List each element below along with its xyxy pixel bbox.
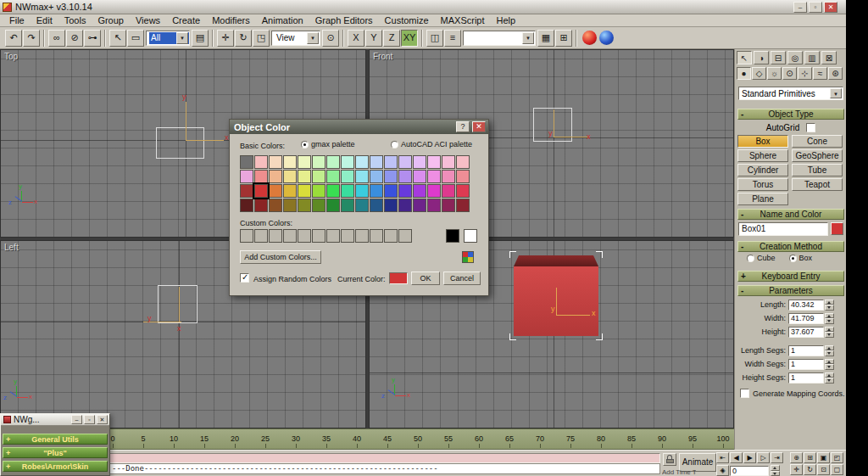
tab-modify[interactable]: ◑ <box>754 51 769 64</box>
spinner[interactable] <box>825 327 834 338</box>
custom-color-swatch[interactable] <box>398 229 412 243</box>
zoom-icon[interactable]: ⊕ <box>790 452 803 463</box>
color-swatch[interactable] <box>240 155 253 169</box>
dropdown-arrow-icon[interactable] <box>307 32 319 44</box>
unlink-selection-icon[interactable]: ⊘ <box>66 30 83 47</box>
menu-item[interactable]: Graph Editors <box>309 14 379 26</box>
previous-frame-button[interactable]: ◀ <box>730 452 743 463</box>
category-cameras[interactable]: ⊙ <box>782 67 797 80</box>
color-swatch[interactable] <box>413 184 426 198</box>
restrict-xy-button[interactable]: XY <box>401 30 418 47</box>
spinner[interactable] <box>825 359 834 370</box>
color-swatch[interactable] <box>398 184 412 198</box>
spinner[interactable] <box>825 345 834 356</box>
color-swatch[interactable] <box>398 199 412 212</box>
color-swatch[interactable] <box>283 184 297 198</box>
bind-to-space-warp-icon[interactable]: ⊶ <box>84 30 101 47</box>
spinner-down-icon[interactable] <box>825 318 834 324</box>
creation-method-radio[interactable]: Box <box>789 254 813 262</box>
go-to-end-button[interactable]: ⇥ <box>771 452 783 463</box>
color-swatch[interactable] <box>312 155 326 169</box>
named-selection-dropdown[interactable] <box>463 31 536 46</box>
tube-button[interactable]: Tube <box>792 164 843 176</box>
sphere-button[interactable]: Sphere <box>737 149 788 162</box>
color-swatch[interactable] <box>442 184 455 198</box>
color-swatch[interactable] <box>384 170 398 183</box>
zoom-all-icon[interactable]: ⊞ <box>804 452 816 463</box>
color-swatch[interactable] <box>269 184 282 198</box>
color-swatch[interactable] <box>341 199 354 212</box>
color-swatch[interactable] <box>427 184 441 198</box>
menu-item[interactable]: MAXScript <box>435 14 491 26</box>
rollout-name-color[interactable]: - Name and Color <box>737 209 844 220</box>
current-time-field[interactable]: 0 <box>730 466 769 476</box>
color-swatch[interactable] <box>355 155 369 169</box>
box-wireframe[interactable] <box>156 127 204 159</box>
maxscript-listener[interactable]: ---Done---------------------------------… <box>108 463 660 474</box>
geosphere-button[interactable]: GeoSphere <box>792 149 843 162</box>
select-and-link-icon[interactable]: ∞ <box>48 30 65 47</box>
tab-create[interactable]: ↖ <box>737 51 752 64</box>
tab-display[interactable]: ▥ <box>804 51 820 64</box>
dialog-help-button[interactable]: ? <box>456 121 470 132</box>
maximize-button[interactable]: ▫ <box>809 2 822 13</box>
autogrid-checkbox[interactable] <box>806 123 815 132</box>
color-swatch[interactable] <box>413 170 426 183</box>
color-swatch[interactable] <box>269 170 282 183</box>
custom-color-swatch[interactable] <box>269 229 282 243</box>
color-swatch[interactable] <box>240 184 253 198</box>
color-swatch[interactable] <box>312 170 326 183</box>
spinner-down-icon[interactable] <box>825 350 834 356</box>
cylinder-button[interactable]: Cylinder <box>737 164 788 176</box>
dropdown-arrow-icon[interactable] <box>176 32 188 44</box>
object-color-swatch[interactable] <box>831 222 843 235</box>
color-swatch[interactable] <box>355 170 369 183</box>
white-swatch[interactable] <box>464 229 477 243</box>
use-pivot-point-icon[interactable]: ⊙ <box>322 30 339 47</box>
restrict-x-button[interactable]: X <box>348 30 364 47</box>
time-spinner[interactable] <box>771 465 780 476</box>
color-swatch[interactable] <box>312 199 326 212</box>
rollout-object-type[interactable]: - Object Type <box>737 109 844 120</box>
redo-icon[interactable]: ↷ <box>23 30 40 47</box>
pan-icon[interactable]: ✛ <box>790 464 803 475</box>
nwg-rollout[interactable]: + "Plus" <box>3 447 108 458</box>
nwg-maximize-button[interactable]: ▫ <box>84 415 95 424</box>
align-icon[interactable]: ≡ <box>444 30 461 47</box>
macro-recorder-strip[interactable] <box>108 453 660 463</box>
rollout-keyboard-entry[interactable]: + Keyboard Entry <box>737 271 844 282</box>
color-swatch[interactable] <box>298 184 311 198</box>
object-name-field[interactable]: Box01 <box>738 222 828 236</box>
color-swatch[interactable] <box>240 170 253 183</box>
category-helpers[interactable]: ⊹ <box>798 67 812 80</box>
select-by-name-icon[interactable]: ▤ <box>192 30 209 47</box>
restrict-y-button[interactable]: Y <box>365 30 382 47</box>
category-shapes[interactable]: ◇ <box>752 67 766 80</box>
teapot-button[interactable]: Teapot <box>792 178 843 191</box>
custom-color-swatch[interactable] <box>341 229 354 243</box>
color-swatch[interactable] <box>413 155 426 169</box>
color-swatch[interactable] <box>456 199 470 212</box>
color-swatch[interactable] <box>240 199 253 212</box>
mirror-icon[interactable]: ◫ <box>426 30 443 47</box>
color-swatch[interactable] <box>442 199 455 212</box>
color-swatch[interactable] <box>384 184 398 198</box>
dropdown-arrow-icon[interactable] <box>522 32 534 44</box>
add-custom-colors-button[interactable]: Add Custom Colors... <box>240 250 321 264</box>
menu-item[interactable]: Edit <box>31 14 58 26</box>
menu-item[interactable]: Animation <box>256 14 309 26</box>
key-mode-toggle-button[interactable]: ◈ <box>716 465 729 476</box>
rollout-toggle[interactable]: - <box>741 242 743 251</box>
gmax-palette-radio[interactable]: gmax palette <box>301 140 355 148</box>
category-lights[interactable]: ☼ <box>767 67 782 80</box>
color-swatch[interactable] <box>355 184 369 198</box>
rollout-toggle[interactable]: - <box>741 286 743 295</box>
arc-rotate-icon[interactable]: ↻ <box>804 464 816 475</box>
assign-random-checkbox[interactable] <box>240 273 249 283</box>
parameter-input[interactable]: 41.709 <box>788 313 824 324</box>
tab-motion[interactable]: ◎ <box>787 51 803 64</box>
color-swatch[interactable] <box>283 170 297 183</box>
color-swatch[interactable] <box>370 155 383 169</box>
menu-item[interactable]: Create <box>166 14 206 26</box>
color-swatch[interactable] <box>326 199 340 212</box>
